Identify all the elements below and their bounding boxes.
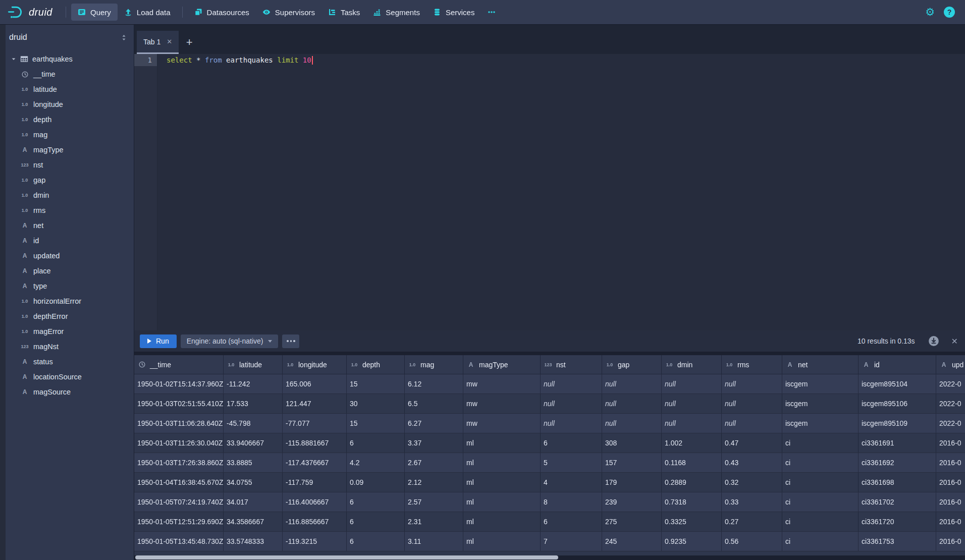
table-cell[interactable]: null [662, 414, 722, 433]
table-cell[interactable]: 1950-01-03T02:51:55.410Z [134, 394, 224, 413]
sidebar-column-type[interactable]: Atype [6, 278, 134, 294]
table-cell[interactable]: 6 [541, 512, 602, 531]
table-cell[interactable]: ci [782, 512, 859, 531]
table-cell[interactable]: -11.242 [224, 374, 283, 394]
sidebar-column-magType[interactable]: AmagType [6, 142, 134, 157]
query-more-button[interactable] [282, 334, 299, 348]
double-caret-vertical-icon[interactable] [120, 34, 128, 41]
table-cell[interactable]: 2.57 [405, 492, 463, 512]
results-header-depth[interactable]: 1.0depth [347, 355, 405, 374]
table-cell[interactable]: 34.017 [224, 492, 283, 512]
table-cell[interactable]: -77.077 [283, 414, 347, 433]
nav-more-button[interactable] [481, 4, 502, 21]
table-cell[interactable]: -45.798 [224, 414, 283, 433]
table-cell[interactable]: null [541, 414, 602, 433]
table-cell[interactable]: ci [782, 532, 859, 551]
table-cell[interactable]: 0.32 [722, 473, 782, 492]
sidebar-column-status[interactable]: Astatus [6, 354, 134, 369]
table-cell[interactable]: mw [463, 374, 541, 394]
table-cell[interactable]: 0.2889 [662, 473, 722, 492]
table-cell[interactable]: null [722, 374, 782, 394]
engine-select-button[interactable]: Engine: auto (sql-native) [181, 334, 279, 348]
table-cell[interactable]: 2016-0 [936, 453, 965, 472]
sql-editor[interactable]: 1 select * from earthquakes limit 10 [134, 54, 965, 330]
sidebar-column-magSource[interactable]: AmagSource [6, 384, 134, 400]
table-cell[interactable]: 34.0755 [224, 473, 283, 492]
download-icon[interactable] [928, 335, 939, 347]
table-cell[interactable]: ml [463, 512, 541, 531]
table-cell[interactable]: 6.12 [405, 374, 463, 394]
table-cell[interactable]: ml [463, 453, 541, 472]
table-cell[interactable]: null [541, 394, 602, 413]
sidebar-column-depthError[interactable]: 1.0depthError [6, 309, 134, 324]
table-cell[interactable]: null [602, 374, 662, 394]
table-cell[interactable]: iscgem [782, 374, 859, 394]
table-cell[interactable]: -119.3215 [283, 532, 347, 551]
table-cell[interactable]: ml [463, 492, 541, 512]
table-cell[interactable]: ci3361698 [859, 473, 936, 492]
table-cell[interactable]: 0.7318 [662, 492, 722, 512]
horizontal-scrollbar[interactable] [135, 555, 558, 559]
table-cell[interactable]: 0.1168 [662, 453, 722, 472]
table-cell[interactable]: 2016-0 [936, 532, 965, 551]
table-cell[interactable]: 5 [541, 453, 602, 472]
table-cell[interactable]: 4.2 [347, 453, 405, 472]
table-cell[interactable]: iscgem895109 [859, 414, 936, 433]
settings-gear-icon[interactable]: ⚙ [925, 7, 935, 18]
table-cell[interactable]: 157 [602, 453, 662, 472]
add-tab-button[interactable]: + [179, 31, 200, 54]
table-cell[interactable]: 1950-01-02T15:14:37.960Z [134, 374, 224, 394]
table-cell[interactable]: 1950-01-03T17:26:38.860Z [134, 453, 224, 472]
sidebar-column-net[interactable]: Anet [6, 218, 134, 233]
table-cell[interactable]: 179 [602, 473, 662, 492]
sidebar-column-locationSource[interactable]: AlocationSource [6, 369, 134, 384]
table-cell[interactable]: 275 [602, 512, 662, 531]
table-cell[interactable]: 6 [347, 532, 405, 551]
help-icon[interactable]: ? [944, 7, 955, 18]
table-cell[interactable]: iscgem [782, 414, 859, 433]
sidebar-column-rms[interactable]: 1.0rms [6, 203, 134, 218]
table-cell[interactable]: 2.67 [405, 453, 463, 472]
table-cell[interactable]: 8 [541, 492, 602, 512]
table-cell[interactable]: 6.27 [405, 414, 463, 433]
datasource-earthquakes[interactable]: earthquakes [6, 51, 134, 67]
table-cell[interactable]: ml [463, 473, 541, 492]
table-cell[interactable]: 33.8885 [224, 453, 283, 472]
close-results-icon[interactable]: ✕ [951, 337, 958, 346]
sidebar-column-horizontalError[interactable]: 1.0horizontalError [6, 294, 134, 309]
table-cell[interactable]: null [662, 394, 722, 413]
table-cell[interactable]: 3.11 [405, 532, 463, 551]
table-cell[interactable]: 2016-0 [936, 512, 965, 531]
table-cell[interactable]: 34.3586667 [224, 512, 283, 531]
table-cell[interactable]: 0.33 [722, 492, 782, 512]
table-cell[interactable]: 1950-01-03T11:06:28.640Z [134, 414, 224, 433]
sidebar-column-place[interactable]: Aplace [6, 263, 134, 278]
table-cell[interactable]: 2022-0 [936, 374, 965, 394]
table-cell[interactable]: -117.4376667 [283, 453, 347, 472]
run-button[interactable]: Run [140, 334, 177, 348]
table-cell[interactable]: -116.8856667 [283, 512, 347, 531]
table-cell[interactable]: ci [782, 453, 859, 472]
table-cell[interactable]: 30 [347, 394, 405, 413]
table-cell[interactable]: 2016-0 [936, 473, 965, 492]
table-cell[interactable]: -116.4006667 [283, 492, 347, 512]
table-cell[interactable]: ci3361702 [859, 492, 936, 512]
results-header-magType[interactable]: AmagType [463, 355, 541, 374]
table-cell[interactable]: ci [782, 492, 859, 512]
table-cell[interactable]: 308 [602, 433, 662, 453]
nav-item-load-data[interactable]: Load data [118, 4, 177, 21]
nav-item-services[interactable]: Services [426, 4, 481, 21]
table-cell[interactable]: mw [463, 394, 541, 413]
table-cell[interactable]: 2016-0 [936, 492, 965, 512]
table-cell[interactable]: ci [782, 473, 859, 492]
table-cell[interactable]: 6 [347, 512, 405, 531]
table-cell[interactable]: 0.56 [722, 532, 782, 551]
table-cell[interactable]: 6.5 [405, 394, 463, 413]
sidebar-column-id[interactable]: Aid [6, 233, 134, 248]
table-cell[interactable]: 3.37 [405, 433, 463, 453]
table-cell[interactable]: ml [463, 433, 541, 453]
table-cell[interactable]: 245 [602, 532, 662, 551]
results-header-__time[interactable]: __time [134, 355, 224, 374]
results-header-rms[interactable]: 1.0rms [722, 355, 782, 374]
table-cell[interactable]: 0.3325 [662, 512, 722, 531]
